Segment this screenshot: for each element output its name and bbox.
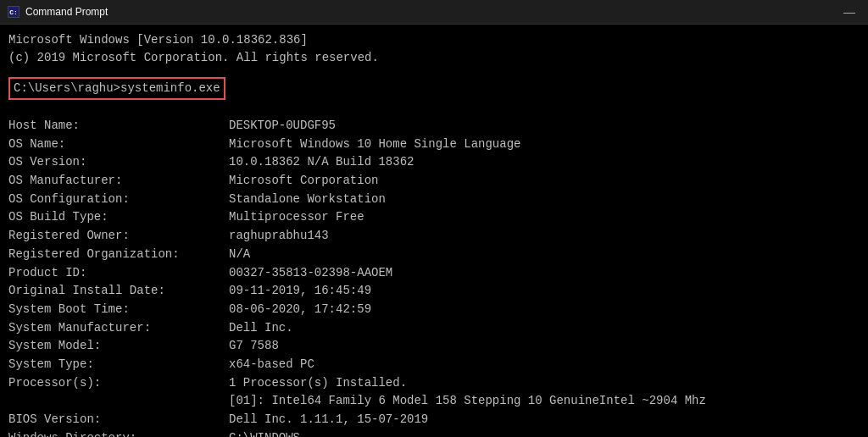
sysinfo-label: OS Configuration: (8, 191, 229, 209)
sysinfo-row: Host Name:DESKTOP-0UDGF95 (8, 117, 860, 136)
sysinfo-value: Microsoft Corporation (229, 172, 378, 191)
sysinfo-label: Windows Directory: (8, 429, 229, 437)
sysinfo-label: OS Build Type: (8, 208, 229, 227)
title-bar: C: Command Prompt — (0, 0, 868, 25)
window-title: Command Prompt (25, 6, 108, 18)
sysinfo-value: DESKTOP-0UDGF95 (229, 117, 336, 136)
sysinfo-value: 00327-35813-02398-AAOEM (229, 264, 392, 283)
sysinfo-value: 1 Processor(s) Installed. (229, 374, 407, 393)
sysinfo-value: Standalone Workstation (229, 191, 386, 209)
sysinfo-row: Registered Owner:raghuprabhu143 (8, 227, 860, 246)
cmd-icon-graphic: C: (8, 6, 19, 18)
cmd-app-icon: C: (7, 5, 20, 19)
sysinfo-row: Windows Directory:C:\WINDOWS (8, 429, 860, 437)
sysinfo-label: Product ID: (8, 264, 229, 283)
sysinfo-table: Host Name:DESKTOP-0UDGF95OS Name:Microso… (8, 117, 860, 437)
sysinfo-value: 08-06-2020, 17:42:59 (229, 301, 371, 319)
sysinfo-label: Original Install Date: (8, 282, 229, 301)
sysinfo-value: [01]: Intel64 Family 6 Model 158 Steppin… (229, 392, 706, 411)
sysinfo-row: OS Configuration:Standalone Workstation (8, 191, 860, 209)
sysinfo-label: Host Name: (8, 117, 229, 136)
sysinfo-value: G7 7588 (229, 337, 279, 356)
sysinfo-row: Product ID:00327-35813-02398-AAOEM (8, 264, 860, 283)
sysinfo-label: BIOS Version: (8, 411, 229, 429)
sysinfo-value: x64-based PC (229, 356, 314, 374)
sysinfo-label: OS Manufacturer: (8, 172, 229, 191)
sysinfo-row: Original Install Date:09-11-2019, 16:45:… (8, 282, 860, 301)
title-bar-left: C: Command Prompt (7, 5, 108, 19)
sysinfo-label: System Boot Time: (8, 301, 229, 319)
cmd-icon-label: C: (9, 8, 18, 16)
sysinfo-row: OS Manufacturer:Microsoft Corporation (8, 172, 860, 191)
terminal-body: Microsoft Windows [Version 10.0.18362.83… (0, 25, 868, 437)
sysinfo-value: raghuprabhu143 (229, 227, 329, 246)
sysinfo-row: OS Build Type:Multiprocessor Free (8, 208, 860, 227)
sysinfo-value: Dell Inc. (229, 319, 293, 338)
sysinfo-label: OS Name: (8, 136, 229, 154)
sysinfo-value: 09-11-2019, 16:45:49 (229, 282, 371, 301)
sysinfo-row: OS Version:10.0.18362 N/A Build 18362 (8, 153, 860, 172)
sysinfo-value: Dell Inc. 1.11.1, 15-07-2019 (229, 411, 428, 429)
sysinfo-label: System Type: (8, 356, 229, 374)
window-controls: — (837, 3, 861, 20)
sysinfo-value: 10.0.18362 N/A Build 18362 (229, 153, 414, 172)
sysinfo-label: Processor(s): (8, 374, 229, 393)
sysinfo-row: Registered Organization:N/A (8, 246, 860, 264)
sysinfo-row: [01]: Intel64 Family 6 Model 158 Steppin… (8, 392, 860, 411)
sysinfo-row: System Model:G7 7588 (8, 337, 860, 356)
sysinfo-label: Registered Owner: (8, 227, 229, 246)
intro-line-2: (c) 2019 Microsoft Corporation. All righ… (8, 49, 860, 67)
sysinfo-label: Registered Organization: (8, 246, 229, 264)
sysinfo-row: System Boot Time:08-06-2020, 17:42:59 (8, 301, 860, 319)
intro-line-1: Microsoft Windows [Version 10.0.18362.83… (8, 31, 860, 49)
sysinfo-label: System Manufacturer: (8, 319, 229, 338)
sysinfo-value: Microsoft Windows 10 Home Single Languag… (229, 136, 520, 154)
sysinfo-label: OS Version: (8, 153, 229, 172)
sysinfo-value: Multiprocessor Free (229, 208, 364, 227)
sysinfo-row: OS Name:Microsoft Windows 10 Home Single… (8, 136, 860, 154)
sysinfo-row: BIOS Version:Dell Inc. 1.11.1, 15-07-201… (8, 411, 860, 429)
sysinfo-label (8, 392, 229, 411)
sysinfo-row: System Type:x64-based PC (8, 356, 860, 374)
minimize-button[interactable]: — (837, 3, 861, 20)
sysinfo-row: System Manufacturer:Dell Inc. (8, 319, 860, 338)
sysinfo-label: System Model: (8, 337, 229, 356)
sysinfo-value: C:\WINDOWS (229, 429, 300, 437)
sysinfo-row: Processor(s):1 Processor(s) Installed. (8, 374, 860, 393)
command-line: C:\Users\raghu>systeminfo.exe (8, 77, 225, 100)
sysinfo-value: N/A (229, 246, 250, 264)
